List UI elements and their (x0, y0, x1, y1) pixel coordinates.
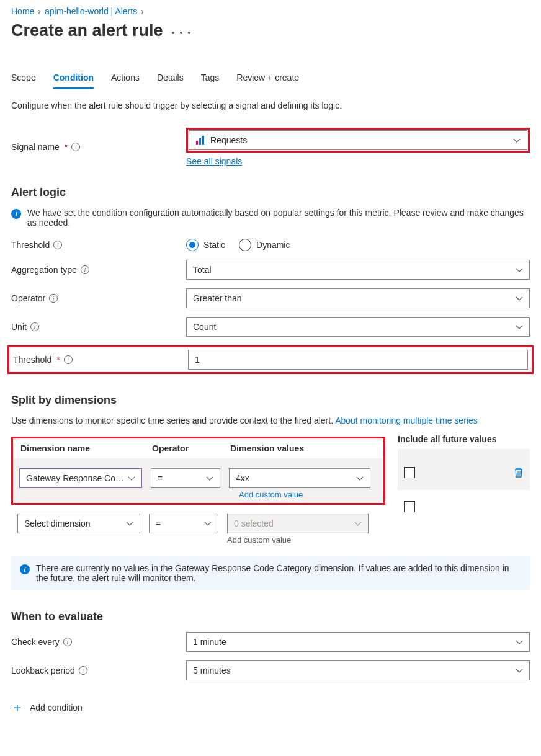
radio-dynamic-label: Dynamic (256, 240, 290, 250)
chevron-right-icon: › (38, 6, 41, 16)
more-actions-button[interactable]: • • • (172, 28, 192, 38)
info-icon[interactable]: i (53, 241, 62, 249)
check-every-value: 1 minute (193, 637, 226, 647)
dimension-operator-value-2: = (156, 518, 161, 528)
chevron-down-icon (516, 323, 523, 331)
dimension-values-value-2: 0 selected (234, 518, 274, 528)
delete-icon[interactable] (514, 467, 524, 478)
tab-tags[interactable]: Tags (201, 73, 220, 89)
condition-description: Configure when the alert rule should tri… (11, 100, 530, 110)
info-icon[interactable]: i (71, 143, 80, 151)
threshold-label: Threshold (11, 240, 50, 250)
plus-icon: ＋ (11, 699, 24, 716)
page-title: Create an alert rule (11, 21, 163, 40)
aggregation-value: Total (193, 265, 212, 275)
info-icon[interactable]: i (30, 322, 39, 331)
info-icon[interactable]: i (79, 666, 87, 675)
alert-logic-heading: Alert logic (11, 186, 530, 199)
add-custom-value-link[interactable]: Add custom value (239, 490, 303, 499)
lookback-dropdown[interactable]: 5 minutes (186, 660, 530, 680)
signal-name-dropdown[interactable]: Requests (189, 130, 527, 150)
dimension-name-value: Gateway Response Co… (26, 473, 124, 483)
check-every-dropdown[interactable]: 1 minute (186, 632, 530, 652)
unit-dropdown[interactable]: Count (186, 317, 530, 337)
check-every-label: Check every (11, 637, 60, 647)
radio-static-label: Static (203, 240, 225, 250)
chevron-down-icon (204, 520, 212, 527)
col-include-future: Include all future values (398, 429, 530, 449)
tab-review[interactable]: Review + create (236, 73, 299, 89)
svg-rect-1 (199, 138, 201, 145)
tab-condition[interactable]: Condition (53, 73, 94, 89)
add-condition-button[interactable]: ＋ Add condition (11, 699, 530, 716)
tab-details[interactable]: Details (157, 73, 184, 89)
chevron-down-icon (516, 295, 523, 302)
chevron-down-icon (354, 520, 362, 527)
required-indicator: * (65, 142, 68, 152)
unit-value: Count (193, 322, 216, 332)
tab-scope[interactable]: Scope (11, 73, 36, 89)
threshold-dynamic-radio[interactable]: Dynamic (239, 239, 290, 251)
threshold-value-label: Threshold (13, 355, 51, 365)
chevron-down-icon (516, 667, 523, 674)
include-future-checkbox-2[interactable] (404, 501, 415, 512)
tab-actions[interactable]: Actions (111, 73, 140, 89)
tabs: Scope Condition Actions Details Tags Rev… (11, 73, 530, 89)
signal-name-value: Requests (210, 135, 247, 145)
chevron-down-icon (126, 520, 133, 527)
col-dimension-values: Dimension values (230, 443, 372, 453)
breadcrumb-alerts[interactable]: apim-hello-world | Alerts (45, 6, 137, 16)
threshold-value-input[interactable]: 1 (188, 350, 528, 370)
auto-config-text: We have set the condition configuration … (27, 208, 530, 228)
dimension-values-dropdown[interactable]: 4xx (229, 468, 370, 488)
info-icon[interactable]: i (64, 355, 73, 364)
chevron-down-icon (356, 474, 364, 482)
dimension-name-dropdown[interactable]: Gateway Response Co… (19, 468, 142, 488)
dimensions-learn-more-link[interactable]: About monitoring multiple time series (335, 416, 478, 425)
dimension-values-dropdown-2[interactable]: 0 selected (227, 514, 369, 533)
include-future-checkbox[interactable] (404, 467, 415, 478)
chevron-down-icon (516, 266, 523, 273)
lookback-value: 5 minutes (193, 665, 231, 675)
dimension-empty-note: There are currently no values in the Gat… (36, 563, 521, 583)
bar-chart-icon (195, 135, 205, 145)
chevron-down-icon (206, 474, 213, 482)
info-icon: i (20, 564, 30, 574)
auto-config-note: i We have set the condition configuratio… (11, 208, 530, 228)
see-all-signals-link[interactable]: See all signals (186, 156, 242, 166)
col-dimension-name: Dimension name (20, 443, 143, 453)
info-icon[interactable]: i (81, 265, 89, 274)
aggregation-dropdown[interactable]: Total (186, 260, 530, 280)
breadcrumb: Home › apim-hello-world | Alerts › (11, 6, 530, 16)
chevron-down-icon (513, 136, 521, 144)
dimension-operator-dropdown-2[interactable]: = (149, 514, 218, 533)
dimension-name-dropdown-2[interactable]: Select dimension (17, 514, 140, 533)
threshold-static-radio[interactable]: Static (186, 239, 225, 251)
dimension-values-value: 4xx (236, 473, 249, 483)
operator-label: Operator (11, 293, 45, 303)
aggregation-label: Aggregation type (11, 265, 77, 275)
svg-rect-2 (202, 136, 204, 145)
evaluate-heading: When to evaluate (11, 610, 530, 623)
operator-value: Greater than (193, 293, 242, 303)
svg-rect-0 (196, 141, 198, 145)
chevron-down-icon (128, 474, 135, 482)
lookback-label: Lookback period (11, 665, 75, 675)
chevron-right-icon: › (141, 6, 144, 16)
operator-dropdown[interactable]: Greater than (186, 288, 530, 308)
dimension-operator-value: = (158, 473, 163, 483)
signal-name-label: Signal name (11, 142, 60, 152)
info-icon: i (11, 209, 21, 219)
info-icon[interactable]: i (49, 294, 58, 303)
add-custom-value-disabled: Add custom value (227, 535, 291, 545)
unit-label: Unit (11, 322, 27, 332)
threshold-value-text: 1 (195, 355, 200, 365)
col-operator: Operator (152, 443, 221, 453)
required-indicator: * (56, 355, 60, 365)
info-icon[interactable]: i (63, 638, 72, 646)
breadcrumb-home[interactable]: Home (11, 6, 34, 16)
dimension-name-value-2: Select dimension (24, 518, 91, 528)
dimensions-desc: Use dimensions to monitor specific time … (11, 416, 335, 425)
dimension-operator-dropdown[interactable]: = (151, 468, 220, 488)
dimensions-heading: Split by dimensions (11, 394, 530, 407)
